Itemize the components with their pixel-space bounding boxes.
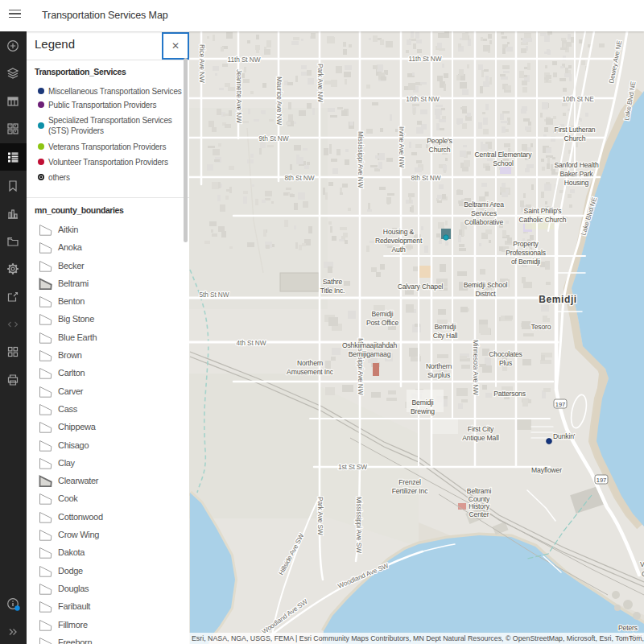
svg-text:10th St NE: 10th St NE [562, 95, 594, 103]
svg-text:8th St NW: 8th St NW [411, 174, 441, 182]
svg-text:8th St NW: 8th St NW [285, 174, 315, 182]
svg-text:Beltrami: Beltrami [467, 487, 492, 495]
svg-text:Auth: Auth [391, 246, 405, 254]
svg-text:Rice Ave NW: Rice Ave NW [198, 44, 206, 83]
svg-text:1st St SW: 1st St SW [338, 463, 367, 471]
svg-text:History: History [469, 502, 490, 510]
svg-text:Bemidji School: Bemidji School [464, 281, 508, 289]
svg-text:First Lutheran: First Lutheran [555, 126, 596, 134]
svg-text:Church: Church [564, 134, 586, 142]
svg-text:Title Inc.: Title Inc. [320, 287, 345, 295]
svg-text:Tesoro: Tesoro [531, 323, 551, 331]
svg-text:Services: Services [471, 209, 497, 217]
svg-text:First City: First City [468, 425, 494, 433]
svg-text:Bemidji: Bemidji [371, 310, 393, 318]
svg-text:Bemidji: Bemidji [434, 323, 456, 331]
svg-text:Central Elementary: Central Elementary [475, 151, 533, 159]
svg-text:5th St NW: 5th St NW [200, 291, 229, 299]
svg-text:Saint Philip's: Saint Philip's [524, 207, 562, 215]
svg-text:Post Office: Post Office [366, 319, 399, 327]
svg-text:Fertilizer Inc: Fertilizer Inc [392, 487, 429, 495]
svg-text:Collaborative: Collaborative [464, 218, 504, 226]
svg-text:Brewing: Brewing [411, 407, 435, 415]
svg-text:Park Ave NW: Park Ave NW [316, 64, 324, 102]
svg-text:of Bemidji: of Bemidji [511, 258, 540, 266]
svg-text:Jeannette Ave NW: Jeannette Ave NW [235, 69, 243, 123]
svg-text:Church: Church [429, 146, 451, 154]
svg-text:Baker Park: Baker Park [559, 170, 593, 178]
svg-text:Mayflower: Mayflower [531, 466, 562, 474]
svg-text:Property: Property [513, 240, 539, 248]
svg-text:School: School [493, 159, 514, 167]
svg-text:Valv: Valv [640, 560, 644, 568]
svg-text:Maurice Ave NW: Maurice Ave NW [275, 76, 283, 126]
svg-text:City Hall: City Hall [433, 332, 458, 340]
svg-text:10th St NW: 10th St NW [406, 95, 440, 103]
svg-text:Mississippi Ave SW: Mississippi Ave SW [355, 497, 363, 553]
svg-text:Calvary Chapel: Calvary Chapel [398, 283, 444, 291]
svg-text:Peters: Peters [618, 624, 638, 632]
svg-text:Sanford Health: Sanford Health [554, 161, 599, 169]
svg-text:Dunkin': Dunkin' [553, 432, 576, 440]
svg-text:197: 197 [555, 401, 566, 408]
svg-text:Oshkiimaajitahdah: Oshkiimaajitahdah [342, 341, 398, 349]
svg-text:Irvine Ave NW: Irvine Ave NW [398, 126, 406, 167]
svg-text:Antique Mall: Antique Mall [462, 434, 499, 442]
svg-text:Northern: Northern [297, 359, 324, 367]
svg-text:County: County [469, 495, 490, 503]
svg-text:4th St NW: 4th St NW [237, 339, 266, 347]
svg-text:Bemijigamaag: Bemijigamaag [349, 350, 391, 358]
svg-text:197: 197 [597, 477, 607, 484]
svg-text:Sathre: Sathre [323, 278, 343, 286]
svg-text:9th St NW: 9th St NW [259, 134, 289, 142]
svg-text:Redevelopment: Redevelopment [375, 237, 423, 245]
svg-text:Chocolates: Chocolates [489, 350, 522, 358]
svg-text:Housing &: Housing & [383, 228, 415, 236]
svg-text:District: District [475, 290, 496, 298]
svg-text:11th St NW: 11th St NW [228, 56, 261, 64]
svg-text:People's: People's [427, 137, 452, 145]
svg-text:Center: Center [469, 510, 489, 518]
svg-text:Esri, NASA, NGA, USGS, FEMA |: Esri, NASA, NGA, USGS, FEMA | Esri Commu… [192, 634, 644, 642]
svg-text:Frenzel: Frenzel [398, 478, 421, 486]
svg-text:Bemidji: Bemidji [539, 294, 577, 305]
svg-text:Housing: Housing [564, 179, 589, 187]
svg-text:Northern: Northern [426, 362, 452, 370]
svg-text:Professionals: Professionals [506, 249, 546, 257]
svg-text:Park Ave SW: Park Ave SW [316, 497, 324, 535]
svg-text:Minnesota Ave NW: Minnesota Ave NW [472, 340, 480, 395]
svg-text:Surplus: Surplus [427, 371, 450, 379]
svg-text:Plus: Plus [499, 359, 512, 367]
svg-text:Beltrami Area: Beltrami Area [464, 200, 504, 208]
svg-text:Catholic Church: Catholic Church [519, 216, 567, 224]
svg-text:Mississippi Ave NW: Mississippi Ave NW [357, 131, 365, 188]
svg-text:Amusement Inc: Amusement Inc [287, 368, 334, 376]
svg-text:Pattersons: Pattersons [493, 390, 526, 398]
svg-text:11th St NW: 11th St NW [409, 55, 442, 63]
svg-text:Bemidji: Bemidji [411, 398, 433, 407]
